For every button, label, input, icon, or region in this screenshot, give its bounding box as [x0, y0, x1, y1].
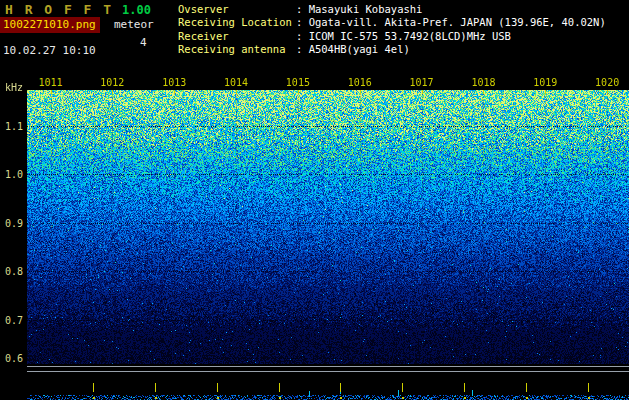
- time-label: 1011: [34, 77, 68, 88]
- info-label: Receiving Location: [178, 16, 296, 28]
- station-info-row: Ovserver: Masayuki Kobayashi: [178, 2, 606, 16]
- datetime-label: 10.02.27 10:10: [3, 44, 96, 57]
- info-label: Ovserver: [178, 3, 296, 15]
- info-label: Receiving antenna: [178, 43, 296, 55]
- level-line-upper: [27, 366, 629, 367]
- station-info-row: Receiving antenna: A504HB(yagi 4el): [178, 43, 606, 57]
- time-label: 1017: [405, 77, 439, 88]
- time-tick: [112, 90, 113, 94]
- time-label: 1014: [219, 77, 253, 88]
- app-version: 1.00: [122, 3, 151, 17]
- time-label: 1012: [95, 77, 129, 88]
- meteor-count: 4: [140, 36, 147, 49]
- freq-label: 0.8: [0, 266, 23, 277]
- mode-label: meteor: [114, 18, 154, 31]
- info-label: Receiver: [178, 30, 296, 42]
- freq-label: 0.9: [0, 218, 23, 229]
- freq-label: 1.1: [0, 121, 23, 132]
- time-tick: [545, 90, 546, 94]
- hrofft-window: H R O F F T 1.00 1002271010.png meteor 4…: [0, 0, 629, 400]
- time-tick: [607, 90, 608, 94]
- station-info-row: Receiver: ICOM IC-575 53.7492(8LCD)MHz U…: [178, 29, 606, 43]
- time-tick: [51, 90, 52, 94]
- time-label: 1015: [281, 77, 315, 88]
- info-value: : Ogata-vill. Akita-Pref. JAPAN (139.96E…: [296, 16, 606, 28]
- output-filename: 1002271010.png: [0, 17, 100, 33]
- time-label: 1020: [590, 77, 624, 88]
- time-label: 1016: [343, 77, 377, 88]
- app-title: H R O F F T: [5, 2, 113, 17]
- time-tick: [174, 90, 175, 94]
- info-value: : Masayuki Kobayashi: [296, 3, 422, 15]
- time-tick: [422, 90, 423, 94]
- time-label: 1018: [466, 77, 500, 88]
- time-label: 1013: [157, 77, 191, 88]
- info-value: : ICOM IC-575 53.7492(8LCD)MHz USB: [296, 30, 511, 42]
- freq-label: 0.7: [0, 315, 23, 326]
- time-tick: [483, 90, 484, 94]
- freq-axis-unit: kHz: [0, 82, 23, 93]
- info-value: : A504HB(yagi 4el): [296, 43, 410, 55]
- freq-label: 0.6: [0, 353, 23, 364]
- station-info-row: Receiving Location: Ogata-vill. Akita-Pr…: [178, 16, 606, 30]
- time-tick: [360, 90, 361, 94]
- time-tick: [236, 90, 237, 94]
- time-tick: [298, 90, 299, 94]
- time-label: 1019: [528, 77, 562, 88]
- level-line-lower: [27, 371, 629, 372]
- spectrogram-canvas: [27, 90, 629, 364]
- freq-label: 1.0: [0, 169, 23, 180]
- signal-level-strip-canvas: [27, 374, 629, 400]
- station-info: Ovserver: Masayuki KobayashiReceiving Lo…: [178, 2, 606, 56]
